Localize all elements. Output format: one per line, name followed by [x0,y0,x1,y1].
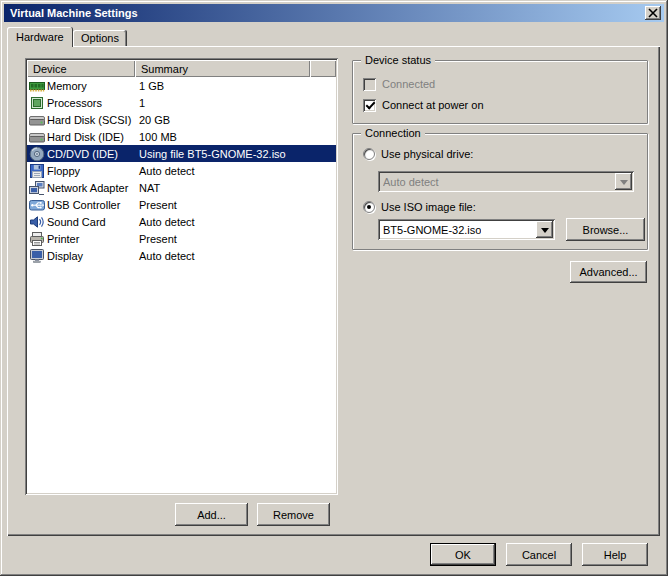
add-button[interactable]: Add... [175,503,248,526]
iso-file-dropdown[interactable]: BT5-GNOME-32.iso [378,219,555,240]
device-name: Processors [45,97,138,109]
device-name: Printer [45,233,138,245]
device-status-group-label: Device status [361,53,435,67]
device-summary: 1 [138,97,336,109]
memory-icon [29,78,45,94]
hard-disk-icon [29,129,45,145]
printer-icon [29,231,45,247]
connected-checkbox [363,78,376,91]
display-icon [29,248,45,264]
use-physical-drive-label: Use physical drive: [381,148,473,160]
use-iso-image-radio[interactable] [363,201,375,213]
hard-disk-icon [29,112,45,128]
device-summary: NAT [138,182,336,194]
close-button[interactable] [645,6,661,20]
device-name: Sound Card [45,216,138,228]
physical-drive-value: Auto detect [383,176,439,188]
iso-file-value: BT5-GNOME-32.iso [383,224,481,236]
device-name: USB Controller [45,199,138,211]
connected-checkbox-label: Connected [382,78,435,90]
device-list-row[interactable]: FloppyAuto detect [27,162,336,179]
dropdown-arrow-icon [615,173,632,190]
device-name: CD/DVD (IDE) [45,148,138,160]
remove-button[interactable]: Remove [257,503,330,526]
use-physical-drive-radio[interactable] [363,148,375,160]
device-summary: 100 MB [138,131,336,143]
device-summary: 20 GB [138,114,336,126]
device-list-row[interactable]: DisplayAuto detect [27,247,336,264]
device-list-row[interactable]: Hard Disk (SCSI)20 GB [27,111,336,128]
network-adapter-icon [29,180,45,196]
window-title: Virtual Machine Settings [10,7,645,19]
device-list-row[interactable]: Processors1 [27,94,336,111]
device-list-row[interactable]: Memory1 GB [27,77,336,94]
device-name: Hard Disk (IDE) [45,131,138,143]
advanced-button[interactable]: Advanced... [570,261,647,283]
connect-at-power-on-checkbox[interactable] [363,99,376,112]
device-summary: 1 GB [138,80,336,92]
tab-options[interactable]: Options [73,30,127,46]
device-summary: Auto detect [138,216,336,228]
column-header-summary[interactable]: Summary [135,60,310,77]
cancel-button[interactable]: Cancel [506,543,572,566]
device-list-row[interactable]: Sound CardAuto detect [27,213,336,230]
use-iso-image-label: Use ISO image file: [381,201,476,213]
column-header-blank [310,60,336,77]
column-header-device[interactable]: Device [27,60,135,77]
cd-dvd-icon [29,146,45,162]
connection-group: Connection Use physical drive: Auto dete… [352,133,648,250]
floppy-icon [29,163,45,179]
browse-button[interactable]: Browse... [566,218,645,241]
device-list-row[interactable]: PrinterPresent [27,230,336,247]
device-list-row[interactable]: CD/DVD (IDE)Using file BT5-GNOME-32.iso [27,145,336,162]
hardware-tab-page: Device Summary Memory1 GBProcessors1Hard… [7,46,660,536]
titlebar[interactable]: Virtual Machine Settings [4,4,664,22]
connection-group-label: Connection [361,126,425,140]
device-summary: Present [138,199,336,211]
device-name: Hard Disk (SCSI) [45,114,138,126]
device-list-header: Device Summary [27,60,336,77]
device-summary: Auto detect [138,165,336,177]
device-list-row[interactable]: Network AdapterNAT [27,179,336,196]
device-list: Device Summary Memory1 GBProcessors1Hard… [25,58,338,495]
usb-controller-icon [29,197,45,213]
ok-button[interactable]: OK [430,543,496,566]
device-name: Floppy [45,165,138,177]
device-status-group: Device status Connected Connect at power… [352,60,648,124]
device-list-row[interactable]: Hard Disk (IDE)100 MB [27,128,336,145]
sound-card-icon [29,214,45,230]
device-name: Network Adapter [45,182,138,194]
help-button[interactable]: Help [582,543,648,566]
device-summary: Using file BT5-GNOME-32.iso [138,148,336,160]
device-list-row[interactable]: USB ControllerPresent [27,196,336,213]
device-name: Display [45,250,138,262]
device-summary: Auto detect [138,250,336,262]
connect-at-power-on-label: Connect at power on [382,99,484,111]
processor-icon [29,95,45,111]
physical-drive-dropdown: Auto detect [378,171,634,192]
device-summary: Present [138,233,336,245]
device-name: Memory [45,80,138,92]
tab-hardware[interactable]: Hardware [7,27,73,47]
close-icon [647,9,659,18]
dropdown-arrow-icon[interactable] [536,221,553,238]
vm-settings-dialog: Virtual Machine Settings Hardware Option… [0,0,668,576]
